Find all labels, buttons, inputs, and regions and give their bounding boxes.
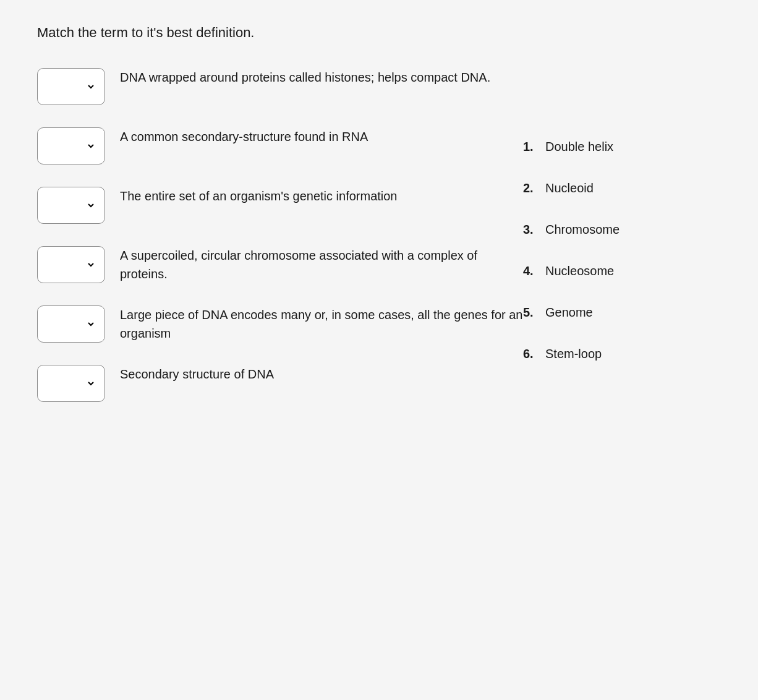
select-5[interactable]: 1 2 3 4 5 6	[46, 317, 96, 331]
answer-label-2: Nucleoid	[545, 181, 594, 195]
answer-number-4: 4.	[523, 264, 538, 278]
select-4[interactable]: 1 2 3 4 5 6	[46, 258, 96, 271]
match-row-2: 1 2 3 4 5 6 A common secondary-structure…	[37, 125, 523, 164]
answer-number-3: 3.	[523, 223, 538, 237]
answer-label-3: Chromosome	[545, 223, 620, 237]
definition-text-5: Large piece of DNA encodes many or, in s…	[120, 303, 523, 343]
match-row-5: 1 2 3 4 5 6 Large piece of DNA encodes m…	[37, 303, 523, 343]
answer-label-5: Genome	[545, 305, 593, 320]
answers-column: 1. Double helix 2. Nucleoid 3. Chromosom…	[523, 66, 721, 402]
definition-text-2: A common secondary-structure found in RN…	[120, 125, 368, 146]
definitions-column: 1 2 3 4 5 6 DNA wrapped around proteins …	[37, 66, 523, 402]
answer-number-5: 5.	[523, 305, 538, 320]
answer-item-6: 6. Stem-loop	[523, 347, 721, 361]
match-row-3: 1 2 3 4 5 6 The entire set of an organis…	[37, 184, 523, 224]
definition-text-3: The entire set of an organism's genetic …	[120, 184, 398, 205]
select-6[interactable]: 1 2 3 4 5 6	[46, 377, 96, 390]
select-3[interactable]: 1 2 3 4 5 6	[46, 198, 96, 212]
answer-item-5: 5. Genome	[523, 305, 721, 320]
definition-text-4: A supercoiled, circular chromosome assoc…	[120, 244, 523, 283]
answer-label-1: Double helix	[545, 140, 613, 154]
select-1[interactable]: 1 2 3 4 5 6	[46, 80, 96, 93]
definition-text-1: DNA wrapped around proteins called histo…	[120, 66, 490, 87]
dropdown-6[interactable]: 1 2 3 4 5 6	[37, 365, 105, 402]
select-2[interactable]: 1 2 3 4 5 6	[46, 139, 96, 153]
answer-number-2: 2.	[523, 181, 538, 195]
instruction: Match the term to it's best definition.	[37, 25, 721, 41]
match-row-1: 1 2 3 4 5 6 DNA wrapped around proteins …	[37, 66, 523, 105]
dropdown-2[interactable]: 1 2 3 4 5 6	[37, 127, 105, 164]
definition-text-6: Secondary structure of DNA	[120, 362, 274, 383]
answer-item-1: 1. Double helix	[523, 140, 721, 154]
dropdown-3[interactable]: 1 2 3 4 5 6	[37, 187, 105, 224]
answer-item-2: 2. Nucleoid	[523, 181, 721, 195]
match-row-6: 1 2 3 4 5 6 Secondary structure of DNA	[37, 362, 523, 402]
dropdown-4[interactable]: 1 2 3 4 5 6	[37, 246, 105, 283]
answer-item-4: 4. Nucleosome	[523, 264, 721, 278]
answer-item-3: 3. Chromosome	[523, 223, 721, 237]
answer-number-6: 6.	[523, 347, 538, 361]
answer-label-4: Nucleosome	[545, 264, 614, 278]
dropdown-5[interactable]: 1 2 3 4 5 6	[37, 305, 105, 343]
answer-number-1: 1.	[523, 140, 538, 154]
answer-label-6: Stem-loop	[545, 347, 602, 361]
match-row-4: 1 2 3 4 5 6 A supercoiled, circular chro…	[37, 244, 523, 283]
dropdown-1[interactable]: 1 2 3 4 5 6	[37, 68, 105, 105]
